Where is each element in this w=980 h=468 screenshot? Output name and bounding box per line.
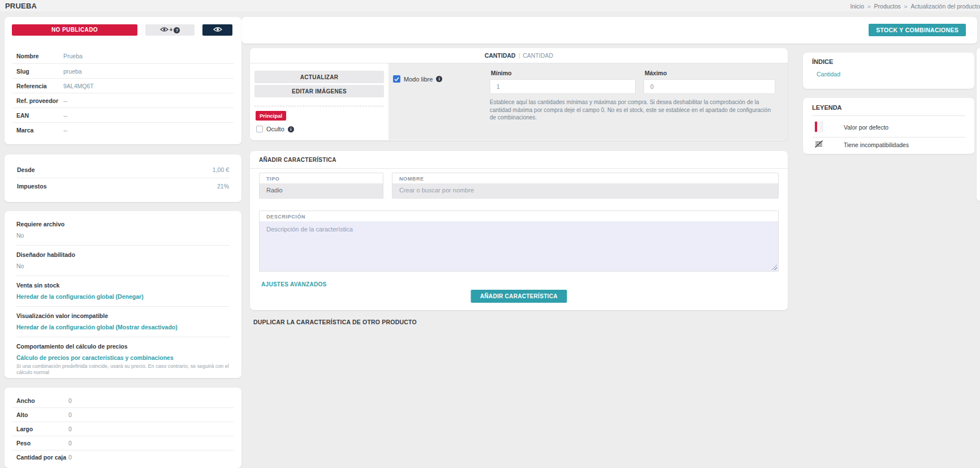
description-textarea[interactable] (260, 221, 778, 271)
dimension-value: 0 (68, 440, 72, 446)
preview-help-button[interactable]: + ? (145, 24, 195, 36)
settings-value-link[interactable]: Cálculo de precios por características y… (16, 354, 230, 361)
field-row-ref-proveedor: Ref. proveedor -- (12, 93, 234, 108)
dimension-value: 0 (68, 454, 72, 461)
field-value: -- (63, 112, 67, 119)
preview-button[interactable] (202, 24, 232, 36)
dimension-row-peso: Peso 0 (12, 436, 234, 450)
min-quantity-input[interactable] (490, 79, 636, 94)
dimension-row-ancho: Ancho 0 (12, 393, 234, 407)
field-row-slug: Slug prueba (12, 63, 234, 78)
hidden-checkbox[interactable] (256, 126, 263, 132)
price-label: Desde (17, 166, 35, 173)
edit-images-button[interactable]: EDITAR IMÁGENES (254, 85, 384, 97)
field-value: -- (63, 127, 67, 134)
add-characteristic-title: AÑADIR CARACTERÍSTICA (250, 151, 788, 169)
info-icon[interactable]: i (288, 126, 294, 132)
price-row-desde: Desde 1,00 € (17, 162, 229, 178)
max-quantity-input[interactable] (644, 79, 775, 94)
breadcrumb-home[interactable]: Inicio (851, 3, 865, 10)
type-label: TIPO (260, 173, 383, 183)
settings-label: Comportamiento del cálculo de precios (16, 343, 230, 350)
legend-title: LEYENDA (812, 104, 842, 111)
breadcrumb-current: Actualización del producto (910, 3, 980, 10)
name-label: NOMBRE (392, 173, 778, 183)
quantity-panel-body: ACTUALIZAR EDITAR IMÁGENES Principal Ocu… (250, 63, 788, 140)
breadcrumb-separator: > (901, 3, 911, 10)
tab-separator: | (516, 52, 523, 59)
dimension-value: 0 (68, 426, 72, 432)
field-value: prueba (63, 68, 82, 75)
question-circle-icon: ? (174, 27, 180, 33)
settings-label: Requiere archivo (16, 221, 230, 227)
price-row-impuestos: Impuestos 21% (17, 178, 229, 194)
type-select[interactable]: Radio (260, 183, 383, 198)
field-label: EAN (16, 112, 63, 119)
quantity-panel-header: CANTIDAD|CANTIDAD (250, 48, 788, 63)
info-icon[interactable]: i (436, 76, 442, 82)
update-button[interactable]: ACTUALIZAR (254, 71, 384, 83)
dimension-label: Largo (16, 426, 68, 432)
add-characteristic-button[interactable]: AÑADIR CARACTERÍSTICA (470, 290, 567, 303)
textarea-resize-handle[interactable] (772, 265, 777, 270)
eye-icon (213, 27, 222, 33)
settings-value: No (16, 232, 230, 239)
legend-label-default-value: Valor por defecto (844, 124, 888, 131)
free-mode-label: Modo libre (404, 76, 433, 83)
settings-value-link[interactable]: Heredar de la configuración global (Most… (16, 324, 230, 330)
index-item-cantidad[interactable]: Cantidad (817, 71, 840, 78)
free-mode-checkbox-row: Modo libre i (393, 75, 442, 83)
divider (812, 115, 965, 116)
page-title: PRUEBA (5, 2, 37, 10)
settings-label: Diseñador habilitado (16, 251, 230, 258)
stock-combinations-button[interactable]: STOCK Y COMBINACIONES (869, 24, 966, 36)
legend-label-incompatibilities: Tiene incompatibilidades (844, 141, 909, 148)
hidden-checkbox-row: Oculto i (256, 126, 384, 132)
dashed-divider (254, 106, 384, 106)
breadcrumb-products[interactable]: Productos (874, 3, 901, 10)
index-title: ÍNDICE (812, 58, 833, 65)
tab-cantidad[interactable]: CANTIDAD (485, 52, 516, 59)
field-label: Ref. proveedor (16, 97, 63, 104)
quantity-left-column: ACTUALIZAR EDITAR IMÁGENES Principal Ocu… (250, 63, 388, 140)
price-card: Desde 1,00 € Impuestos 21% (5, 154, 241, 202)
cutoff-panel-edge (977, 48, 980, 201)
advanced-settings-link[interactable]: AJUSTES AVANZADOS (261, 281, 326, 287)
tab-cantidad-secondary[interactable]: CANTIDAD (523, 52, 553, 59)
unpublished-status-button[interactable]: NO PUBLICADO (12, 24, 137, 36)
status-button-row: NO PUBLICADO + ? (5, 17, 241, 36)
dimension-label: Cantidad por caja (16, 454, 68, 461)
settings-note: Si una combinación predefinida coincide,… (16, 363, 230, 376)
dimension-row-alto: Alto 0 (12, 407, 234, 422)
max-quantity-label: Máximo (644, 70, 775, 76)
characteristic-description-field: DESCRIPCIÓN (259, 211, 779, 272)
price-value: 1,00 € (213, 166, 229, 173)
field-label: Marca (16, 127, 63, 134)
dimension-value: 0 (68, 411, 72, 418)
product-status-card: NO PUBLICADO + ? Nombre Prueba Slug (5, 17, 241, 144)
field-value: -- (63, 97, 67, 104)
dimension-row-largo: Largo 0 (12, 422, 234, 436)
field-label: Nombre (16, 53, 63, 59)
settings-group-disenador: Diseñador habilitado No (16, 245, 230, 276)
field-label: Slug (16, 68, 63, 75)
min-quantity-label: Mínimo (490, 70, 636, 76)
eye-icon (160, 27, 169, 33)
settings-group-requiere-archivo: Requiere archivo No (16, 215, 230, 245)
duplicate-characteristic-link[interactable]: DUPLICAR LA CARACTERÍSTICA DE OTRO PRODU… (253, 319, 417, 325)
breadcrumb-separator: > (864, 3, 874, 10)
principal-badge: Principal (256, 111, 286, 121)
quantity-right-column: Modo libre i Mínimo Máximo Establece aqu… (388, 63, 788, 140)
legend-card: LEYENDA Valor por defecto Tiene incompat… (803, 98, 974, 154)
free-mode-checkbox[interactable] (393, 75, 400, 83)
settings-group-visualizacion: Visualización valor incompatible Heredar… (16, 306, 230, 337)
quantity-panel: CANTIDAD|CANTIDAD ACTUALIZAR EDITAR IMÁG… (250, 48, 788, 140)
settings-label: Venta sin stock (16, 282, 230, 289)
hidden-checkbox-label: Oculto (266, 126, 284, 132)
name-input[interactable] (392, 183, 778, 198)
settings-value-link[interactable]: Heredar de la configuración global (Dene… (16, 293, 230, 300)
dimension-label: Ancho (16, 397, 68, 404)
product-admin-page: PRUEBA Inicio>Productos>Actualización de… (0, 0, 980, 468)
incompatibilities-icon (814, 140, 823, 149)
quantity-fields-grid: Mínimo Máximo Establece aquí las cantida… (490, 70, 775, 122)
